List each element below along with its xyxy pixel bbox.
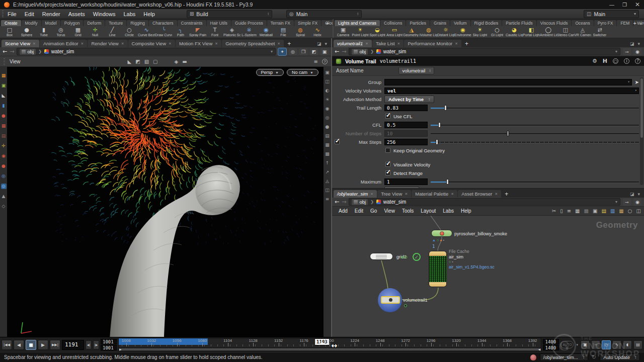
pane-float-icon[interactable]: ◪ [317,41,321,46]
options-icon[interactable]: ≡ [325,197,330,202]
maximum-slider[interactable] [431,178,639,185]
shelf-tab[interactable]: Texture [105,20,126,26]
menu-item[interactable]: Assets [64,11,89,17]
shelf-tool[interactable]: ◧ Portal Light [523,27,540,37]
shelf-tool[interactable]: ▣ Camera [335,27,352,37]
global-range-end-field[interactable]: 1400 [543,345,559,350]
menu-item[interactable]: Tools [398,208,417,214]
minimize-button[interactable]: — [609,2,614,8]
shelf-tool[interactable]: ◮ Geometry Light [403,27,420,37]
gear-icon[interactable]: ⚙ [592,58,597,64]
ramp-dropdown[interactable]: Infra-Red ↕ [384,187,419,189]
node-label[interactable]: pyrosolver_billowy_smoke [454,231,507,236]
perspective-view-button[interactable]: Persp▼ [256,69,284,76]
shelf-paint-icon[interactable]: ▣ [1,83,7,88]
network-path-field[interactable]: obj ❯ water_sim ▾ [349,198,620,206]
background-icon[interactable]: ▦ [325,142,330,148]
recook-icon[interactable]: ↻ [592,354,596,360]
muscle-icon[interactable]: ▤ [1,133,7,139]
shelf-tab[interactable]: Rigging [127,20,148,26]
shelf-tab[interactable]: Viscous Fluids [537,20,572,26]
shelf-overflow-icon[interactable]: ▾ [640,22,644,26]
wrench-icon[interactable]: ✂ [552,208,556,214]
tab-menu-icon[interactable]: ✕ [215,42,218,46]
stop-button[interactable]: ■ [26,340,36,350]
step-forward-button[interactable]: |▶ [93,340,99,349]
velocity-volumes-input[interactable]: vel▾ [384,87,639,94]
shelf-tool[interactable]: ◎ Torus [52,27,69,37]
shelf-tool[interactable]: ◍ Volume Light [420,27,437,37]
scene-path-field[interactable]: obj ❯ water_sim ▾ [17,48,276,55]
swirl-icon[interactable]: ◍ [1,184,7,189]
rbd-ball-icon[interactable]: ● [1,113,7,119]
param-path-field[interactable]: obj ❯ water_sim ▾ [349,48,620,55]
shelf-tab[interactable]: Modify [22,20,41,26]
pane-layout-icon[interactable]: ◫ [325,79,330,84]
path-root-chip[interactable]: obj [352,199,368,205]
pane-split-icon[interactable]: ≡ [314,59,318,64]
crowd-icon[interactable]: ◉ [1,153,7,159]
node-info-icon[interactable]: ▯ [560,208,563,214]
node-label[interactable]: volumetrail1 [403,298,428,303]
normals-icon[interactable]: ↑ [325,160,330,166]
desktop-selector[interactable]: ◫ Main ▾ [584,10,639,18]
menu-item[interactable]: File [4,11,21,17]
auto-keyframe-toggle[interactable]: AUTO [560,341,574,348]
snapshot-gallery-button[interactable]: ✦ [278,48,286,55]
list-view-icon[interactable]: ≡ [567,208,571,214]
shelf-tool[interactable]: ○ GI Light [489,27,506,37]
select-arrow-icon[interactable]: ◣ [1,93,7,99]
search-icon[interactable]: ○ [613,58,618,64]
node-name-field[interactable]: volumetrail1 [380,58,416,64]
max-steps-slider[interactable] [431,139,639,145]
viewport-tool-mode[interactable]: View [8,59,21,64]
use-cfl-checkbox[interactable] [385,114,390,119]
flipbook-button[interactable]: ▣ [581,340,590,349]
shelf-tab[interactable]: Grains [430,20,450,26]
shading-mode-icon[interactable]: ◐ [325,88,330,94]
shelf-tab[interactable]: Create [1,20,21,26]
shelf-tool[interactable]: ◤ Spray Paint [189,27,206,37]
quality-icon[interactable]: ◎ [325,115,330,121]
tab-menu-icon[interactable]: ✕ [451,192,454,196]
houdini-engine-icon[interactable]: H [603,58,607,64]
shelf-tool[interactable]: ◒ Spot Light [369,27,386,37]
follow-selection-icon[interactable]: ◉ [633,199,641,206]
range-slider[interactable]: ▶ ◀ [119,347,541,351]
shelf-tool[interactable]: ✛ Null [87,27,104,37]
vectors-icon[interactable]: ↗ [325,169,330,175]
objects-filter-button[interactable]: ❒ [299,48,307,55]
shelf-tool[interactable]: ╮ Path [172,27,189,37]
pane-tab[interactable]: volumetrail1✕ [334,40,372,47]
group-input[interactable]: ▾ [384,79,632,85]
jump-to-end-button[interactable]: ▶▶| [50,340,60,350]
shelf-tool[interactable]: ▮ Tube [35,27,52,37]
shelf-tool[interactable]: ◈ Platonic Solids [223,27,240,37]
menu-item[interactable]: Render [38,11,64,17]
shelf-tool[interactable]: ◯ Ambient Light [540,27,557,37]
back-arrow-icon[interactable]: ← [3,48,7,55]
trail-length-input[interactable]: 0.83 [384,105,428,111]
pane-tab[interactable]: Render View✕ [88,40,127,47]
path-root-chip[interactable]: obj [352,49,368,55]
headlight-icon[interactable]: ◉ [325,106,330,112]
shelf-tab[interactable]: Oceans [572,20,593,26]
follow-playbar-button[interactable]: ≡ [591,340,600,349]
add-pane-tab-button[interactable]: + [461,40,472,47]
sun-light-icon[interactable]: ☀ [325,97,330,103]
forward-arrow-icon[interactable]: → [342,48,346,55]
cook-context-select[interactable]: /obj/water_sim... ↕ [540,353,588,361]
tab-menu-icon[interactable]: ✕ [169,42,172,46]
grid-toggle-icon[interactable]: ▩ [325,151,330,157]
network-canvas[interactable]: Geometry grid2 pyrosolver_billowy_smoke … [332,216,644,337]
shelf-tool[interactable]: T Font [206,27,223,37]
shelf-tool[interactable]: ● Sphere [18,27,35,37]
menu-item[interactable]: Help [457,208,475,214]
cfl-input[interactable]: 0.5 [384,122,428,128]
play-reverse-button[interactable]: ◀ [14,340,24,350]
menu-item[interactable]: Edit [21,11,38,17]
shelf-tab[interactable]: Particle Fluids [502,20,536,26]
tab-menu-icon[interactable]: ✕ [121,42,124,46]
tab-menu-icon[interactable]: ✕ [33,42,36,46]
trail-length-slider[interactable] [431,105,639,111]
